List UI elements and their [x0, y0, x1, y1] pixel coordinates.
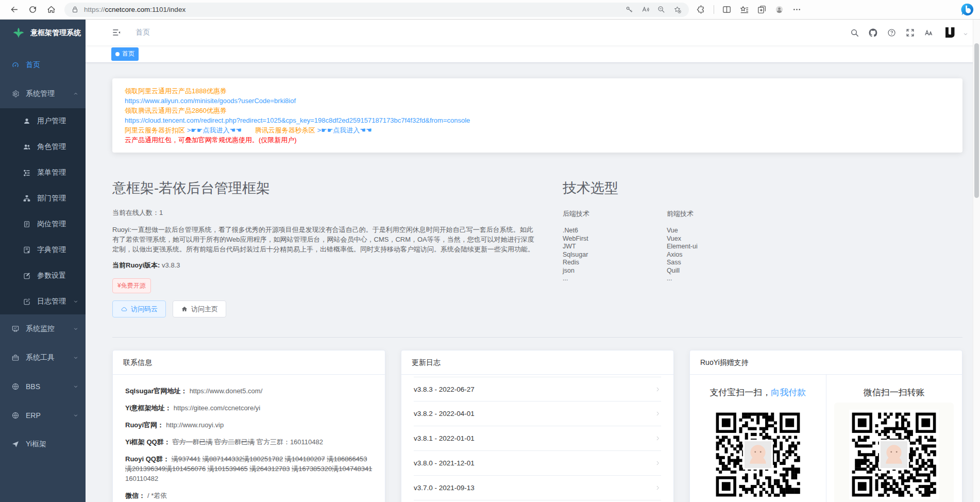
add-favorite-icon[interactable] [673, 5, 682, 14]
more-icon[interactable] [792, 5, 802, 14]
sidebar-item-param-settings[interactable]: 参数设置 [0, 263, 86, 289]
copilot-icon[interactable] [960, 2, 975, 17]
sidebar-item-user-management[interactable]: 用户管理 [0, 108, 86, 134]
home-icon[interactable] [46, 5, 56, 14]
sidebar-item-yi-framework[interactable]: Yi框架 [0, 430, 86, 459]
sidebar-item-system-management[interactable]: 系统管理 [0, 79, 86, 108]
sidebar-item-label: 参数设置 [37, 271, 66, 280]
sidebar-item-post-management[interactable]: 岗位管理 [0, 211, 86, 237]
fullscreen-icon[interactable] [905, 28, 915, 38]
extensions-icon[interactable] [696, 5, 706, 14]
breadcrumb[interactable]: 首页 [136, 28, 150, 37]
sidebar-item-system-monitor[interactable]: 系统监控 [0, 314, 86, 343]
github-icon[interactable] [868, 28, 878, 38]
frontend-column: 前端技术 VueVuexElement-uiAxiosSassQuill... [667, 208, 771, 283]
notice-link[interactable]: >☛☛点我进入☚☚ [317, 126, 371, 134]
app-logo[interactable]: 意框架管理系统 [0, 20, 86, 46]
tech-item: ... [667, 275, 771, 283]
notice-link[interactable]: https://cloud.tencent.com/redirect.php?r… [125, 116, 470, 124]
url-bar[interactable]: https://ccnetcore.com:1101/index [64, 3, 689, 17]
sidebar-item-label: 角色管理 [37, 142, 66, 152]
page-scrollbar[interactable] [973, 20, 980, 502]
version-value: v3.8.3 [162, 261, 180, 269]
visit-homepage-button[interactable]: 访问主页 [173, 300, 226, 317]
changelog-item[interactable]: v3.8.1 - 2022-01-01 [414, 426, 661, 451]
sidebar-item-erp[interactable]: ERP [0, 401, 86, 430]
tech-item: Axios [667, 251, 771, 259]
sidebar-item-bbs[interactable]: BBS [0, 372, 86, 401]
read-aloud-icon[interactable] [641, 5, 650, 14]
changelog-item[interactable]: v3.7.0 - 2021-09-13 [414, 476, 661, 500]
sidebar-toggle-icon[interactable] [111, 27, 122, 38]
sidebar-item-menu-management[interactable]: 菜单管理 [0, 160, 86, 186]
notice-link[interactable]: https://www.aliyun.com/minisite/goods?us… [125, 97, 296, 105]
app-frame: 意框架管理系统 首页系统管理用户管理角色管理菜单管理部门管理岗位管理字典管理参数… [0, 20, 980, 502]
user-avatar[interactable] [943, 25, 958, 40]
sidebar: 意框架管理系统 首页系统管理用户管理角色管理菜单管理部门管理岗位管理字典管理参数… [0, 20, 86, 502]
caret-down-icon [73, 412, 79, 419]
changelog-item-label: v3.7.0 - 2021-09-13 [414, 484, 475, 492]
scrollbar-thumb[interactable] [974, 43, 979, 198]
caret-down-icon [73, 326, 79, 332]
tech-title: 技术选型 [563, 178, 962, 198]
contact-card-title: 联系信息 [113, 350, 385, 375]
changelog-item[interactable]: v3.8.3 - 2022-06-27 [414, 377, 661, 401]
contact-value: 满101456076 [165, 465, 206, 473]
sidebar-menu: 首页系统管理用户管理角色管理菜单管理部门管理岗位管理字典管理参数设置日志管理系统… [0, 46, 86, 459]
sidebar-item-log-management[interactable]: 日志管理 [0, 289, 86, 314]
changelog-item[interactable]: v3.8.2 - 2022-04-01 [414, 401, 661, 426]
font-size-icon[interactable] [924, 28, 934, 38]
globe-icon [11, 382, 20, 391]
changelog-item[interactable]: v3.8.0 - 2021-12-01 [414, 451, 661, 476]
contact-value: https://www.donet5.com/ [190, 387, 263, 395]
search-icon[interactable] [850, 28, 859, 38]
sidebar-item-home[interactable]: 首页 [0, 51, 86, 79]
changelog-card-title: 更新日志 [401, 350, 673, 375]
back-icon[interactable] [9, 5, 19, 14]
url-text[interactable]: https://ccnetcore.com:1101/index [84, 6, 625, 13]
tech-item: Vue [667, 227, 771, 235]
contact-card: 联系信息 Sqlsugar官网地址：https://www.donet5.com… [112, 350, 385, 502]
profile-icon[interactable] [774, 5, 784, 14]
sidebar-item-label: 字典管理 [37, 245, 66, 255]
notice-text: 领取阿里云通用云产品1888优惠券 [125, 87, 227, 95]
question-icon[interactable] [887, 28, 897, 38]
sidebar-item-label: 系统监控 [26, 324, 55, 333]
refresh-icon[interactable] [28, 5, 38, 14]
lock-icon [71, 5, 79, 14]
split-screen-icon[interactable] [722, 5, 732, 14]
key-icon[interactable] [625, 5, 634, 14]
browser-window: https://ccnetcore.com:1101/index 意框架管理系统… [0, 0, 980, 502]
sidebar-item-system-tools[interactable]: 系统工具 [0, 343, 86, 372]
tag-home[interactable]: 首页 [111, 47, 139, 61]
page-title: 意框架-若依后台管理框架 [112, 178, 563, 198]
zoom-out-icon[interactable] [657, 5, 666, 14]
leaf-icon [12, 26, 25, 40]
cloud-icon [121, 306, 128, 313]
sidebar-item-label: ERP [26, 411, 41, 420]
contact-label: Yi意框架地址： [125, 404, 172, 412]
monitor-icon [11, 325, 20, 333]
notice-link[interactable]: >☛☛点我进入☚☚ [187, 126, 242, 134]
home-icon [181, 306, 188, 313]
main-area: 首页 首页 领取阿里云通用云产品1888优惠券https://www.aliyu… [86, 20, 980, 502]
tech-item: JWT [563, 243, 667, 251]
sidebar-item-label: 岗位管理 [37, 220, 66, 229]
contact-value: 官方三群：160110482 [255, 438, 323, 446]
avatar-caret-icon[interactable] [962, 31, 969, 37]
sidebar-item-dict-management[interactable]: 字典管理 [0, 237, 86, 263]
tag-label: 首页 [122, 49, 134, 58]
sidebar-item-dept-management[interactable]: 部门管理 [0, 186, 86, 211]
tech-item: Vuex [667, 235, 771, 243]
sidebar-item-role-management[interactable]: 角色管理 [0, 134, 86, 160]
notice-text [242, 126, 255, 134]
alipay-panel: 支付宝扫一扫，向我付款 [690, 375, 826, 502]
post-icon [23, 220, 31, 228]
favorites-icon[interactable] [739, 5, 749, 14]
caret-down-icon [73, 298, 79, 305]
edit-icon [23, 272, 31, 280]
visit-gitee-button[interactable]: 访问码云 [112, 300, 166, 317]
collections-icon[interactable] [757, 5, 767, 14]
contact-value: 满180251782 [243, 455, 283, 463]
pay-me-link[interactable]: 向我付款 [771, 388, 806, 397]
